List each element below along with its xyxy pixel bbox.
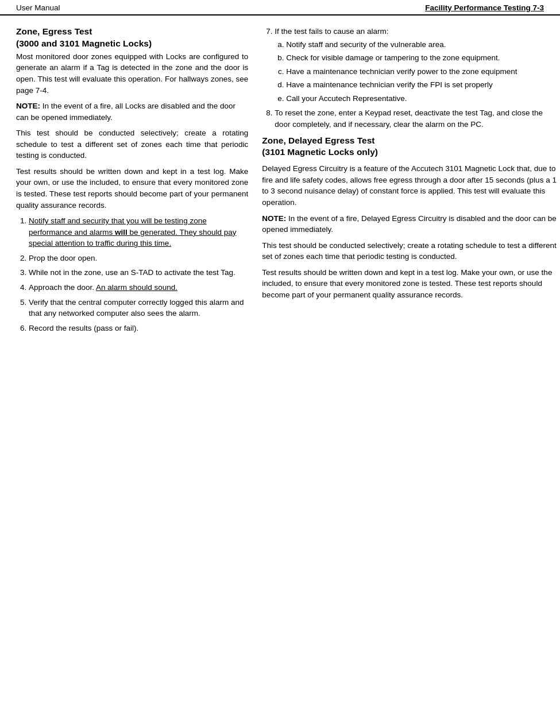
note-para: NOTE: In the event of a fire, all Locks … <box>16 100 248 123</box>
section2-note-label: NOTE: <box>262 214 286 223</box>
list-item-4-text-a: Approach the door. <box>29 283 96 292</box>
right-main-list: If the test fails to cause an alarm: Not… <box>262 26 558 130</box>
list-item-2: Prop the door open. <box>29 253 248 264</box>
main-content: Zone, Egress Test (3000 and 3101 Magneti… <box>0 16 560 348</box>
section2-para3: Test results should be written down and … <box>262 267 558 301</box>
note-label: NOTE: <box>16 102 40 110</box>
intro-para3: Test results should be written down and … <box>16 166 248 211</box>
list-item-7: If the test fails to cause an alarm: Not… <box>275 26 558 104</box>
sub-item-7e: Call your Accutech Representative. <box>286 93 558 104</box>
list-item-5: Verify that the central computer correct… <box>29 297 248 319</box>
section2-note-text: In the event of a fire, Delayed Egress C… <box>262 214 557 234</box>
list-item-8: To reset the zone, enter a Keypad reset,… <box>275 107 558 130</box>
sub-item-7c: Have a maintenance technician verify pow… <box>286 66 558 78</box>
list-item-3: While not in the zone, use an S-TAD to a… <box>29 267 248 278</box>
left-column: Zone, Egress Test (3000 and 3101 Magneti… <box>16 26 248 338</box>
note-text: In the event of a fire, all Locks are di… <box>16 102 235 122</box>
list-item-4: Approach the door. An alarm should sound… <box>29 282 248 293</box>
header-left: User Manual <box>16 3 60 12</box>
right-column: If the test fails to cause an alarm: Not… <box>262 26 558 338</box>
sub-item-7b: Check for visible damage or tampering to… <box>286 52 558 64</box>
intro-para1: Most monitored door zones equipped with … <box>16 51 248 96</box>
sub-list-7: Notify staff and security of the vulnera… <box>275 39 558 104</box>
sub-item-7d: Have a maintenance technician verify the… <box>286 79 558 91</box>
header-right: Facility Performance Testing 7-3 <box>425 3 544 12</box>
main-list: Notify staff and security that you will … <box>16 215 248 334</box>
list-item-6: Record the results (pass or fail). <box>29 323 248 334</box>
section2-para2: This test should be conducted selectivel… <box>262 240 558 262</box>
page: User Manual Facility Performance Testing… <box>0 0 560 728</box>
intro-para2: This test should be conducted selectivel… <box>16 127 248 161</box>
list-item-4-text-b: An alarm should sound. <box>96 283 177 292</box>
section2-para1: Delayed Egress Circuitry is a feature of… <box>262 163 558 208</box>
section1-title: Zone, Egress Test (3000 and 3101 Magneti… <box>16 26 248 50</box>
section2-title: Zone, Delayed Egress Test (3101 Magnetic… <box>262 135 558 159</box>
section2-note: NOTE: In the event of a fire, Delayed Eg… <box>262 213 558 235</box>
list-item-1-will: will <box>115 228 128 237</box>
sub-item-7a: Notify staff and security of the vulnera… <box>286 39 558 51</box>
page-header: User Manual Facility Performance Testing… <box>0 0 560 16</box>
list-item-1: Notify staff and security that you will … <box>29 215 248 249</box>
